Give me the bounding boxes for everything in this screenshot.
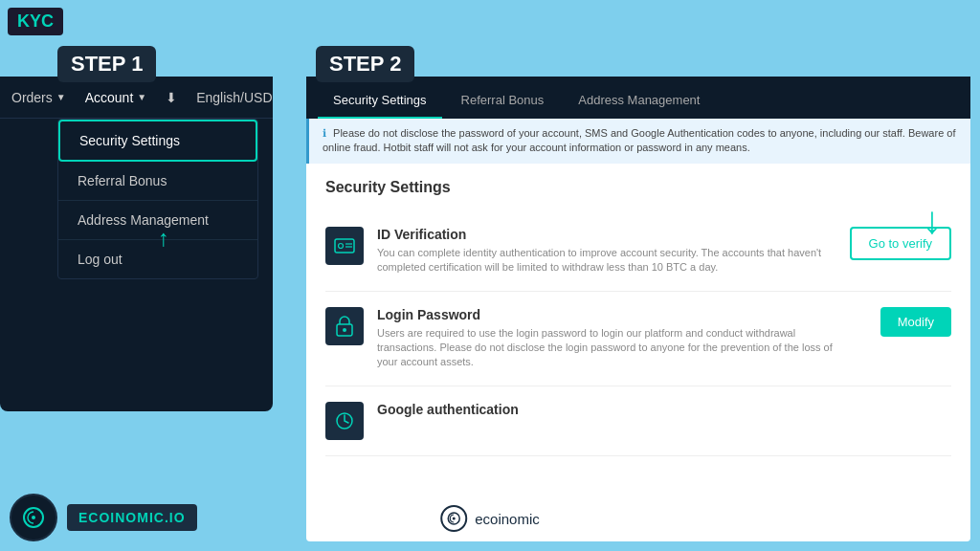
- svg-point-1: [339, 243, 344, 248]
- center-logo-circle: [440, 505, 467, 532]
- orders-label: Orders: [11, 90, 53, 105]
- nav-item-download[interactable]: ⬇: [166, 84, 177, 111]
- modify-password-button[interactable]: Modify: [880, 307, 951, 337]
- svg-point-5: [343, 328, 346, 332]
- down-arrow-indicator: ↓: [923, 201, 942, 239]
- step1-label: STEP 1: [57, 46, 156, 82]
- dropdown-item-referral[interactable]: Referral Bonus: [58, 162, 257, 201]
- svg-point-8: [32, 516, 35, 519]
- ecoinomic-text-badge: ECOINOMIC.IO: [67, 504, 197, 531]
- security-item-id: ID Verification You can complete identit…: [325, 211, 951, 292]
- google-auth-icon: [325, 402, 364, 440]
- download-icon: ⬇: [166, 90, 177, 105]
- tab-address-management[interactable]: Address Management: [563, 83, 715, 119]
- left-panel: Orders ▼ Account ▼ ⬇ English/USD Securit…: [0, 77, 273, 411]
- id-verification-name: ID Verification: [377, 227, 836, 242]
- google-auth-info: Google authentication: [377, 402, 951, 421]
- security-content: Security Settings ID Verification You ca…: [306, 164, 970, 472]
- step2-label: STEP 2: [316, 46, 414, 82]
- account-dropdown: Security Settings Referral Bonus Address…: [57, 119, 258, 279]
- svg-point-10: [453, 518, 456, 520]
- login-password-name: Login Password: [377, 307, 867, 322]
- login-password-desc: Users are required to use the login pass…: [377, 326, 856, 370]
- bottom-left-logo: ECOINOMIC.IO: [10, 494, 197, 541]
- nav-bar: Orders ▼ Account ▼ ⬇ English/USD: [0, 77, 273, 119]
- orders-arrow-icon: ▼: [56, 92, 66, 102]
- alert-icon: ℹ: [323, 127, 326, 139]
- right-panel: Security Settings Referral Bonus Address…: [306, 77, 970, 541]
- account-arrow-icon: ▼: [137, 92, 146, 102]
- dropdown-item-security[interactable]: Security Settings: [58, 120, 257, 162]
- alert-text: Please do not disclose the password of y…: [323, 127, 956, 153]
- bottom-center-logo: ecoinomic: [440, 505, 540, 532]
- language-label: English/USD: [196, 90, 272, 105]
- security-item-password: Login Password Users are required to use…: [325, 292, 951, 386]
- ecoinomic-logo-circle: [10, 494, 57, 541]
- section-title: Security Settings: [325, 179, 951, 196]
- id-verification-icon: [325, 227, 364, 265]
- nav-item-language[interactable]: English/USD: [196, 84, 272, 111]
- google-auth-name: Google authentication: [377, 402, 951, 417]
- security-item-google: Google authentication: [325, 386, 951, 456]
- login-password-info: Login Password Users are required to use…: [377, 307, 867, 370]
- nav-item-orders[interactable]: Orders ▼: [11, 84, 66, 111]
- tab-referral-bonus[interactable]: Referral Bonus: [446, 83, 560, 119]
- cursor-arrow-icon: ↑: [158, 225, 169, 252]
- account-label: Account: [85, 90, 134, 105]
- tabs-bar: Security Settings Referral Bonus Address…: [306, 77, 970, 119]
- alert-bar: ℹ Please do not disclose the password of…: [306, 119, 970, 164]
- tab-security-settings[interactable]: Security Settings: [318, 83, 442, 119]
- login-password-action: Modify: [880, 307, 951, 337]
- password-icon: [325, 307, 364, 345]
- id-verification-info: ID Verification You can complete identit…: [377, 227, 836, 276]
- kyc-badge: KYC: [8, 8, 63, 35]
- id-verification-desc: You can complete identity authentication…: [377, 246, 836, 276]
- center-logo-text: ecoinomic: [475, 511, 540, 527]
- nav-item-account[interactable]: Account ▼: [85, 84, 147, 111]
